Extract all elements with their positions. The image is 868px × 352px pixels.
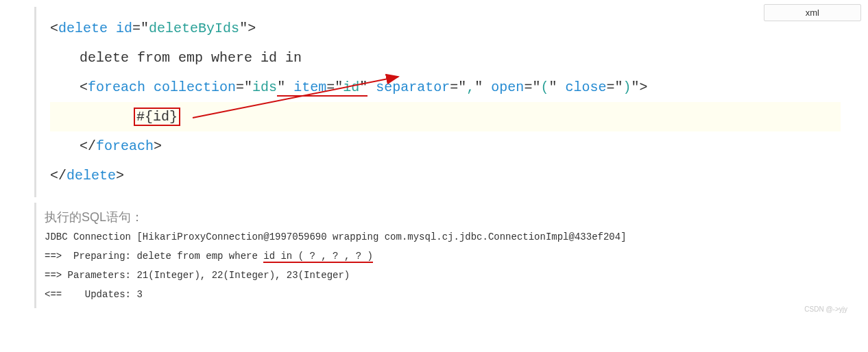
quote: " bbox=[548, 79, 557, 95]
bracket: > bbox=[640, 79, 648, 95]
quote: " bbox=[239, 21, 248, 36]
quote: " bbox=[614, 79, 623, 95]
tag-delete-close: delete bbox=[67, 168, 116, 184]
eq: = bbox=[450, 79, 458, 95]
xml-code-block: <delete id="deleteByIds"> delete from em… bbox=[34, 7, 841, 197]
sql-output-block: 执行的SQL语句： JDBC Connection [HikariProxyCo… bbox=[34, 203, 841, 308]
tag-delete: delete bbox=[58, 21, 108, 36]
eq: = bbox=[524, 79, 532, 95]
val-id: id bbox=[343, 79, 359, 97]
space bbox=[108, 21, 116, 36]
quote: " bbox=[631, 79, 640, 95]
eq: = bbox=[606, 79, 614, 95]
tag-foreach-close: foreach bbox=[96, 138, 154, 154]
quote: " bbox=[458, 79, 466, 95]
quote-underlined: " bbox=[359, 79, 367, 97]
bracket: > bbox=[248, 21, 256, 36]
eq: = bbox=[236, 79, 244, 95]
code-line-2: delete from emp where id in bbox=[50, 43, 841, 73]
val-open: ( bbox=[540, 79, 548, 95]
val-close: ) bbox=[623, 79, 631, 95]
foreach-body: #{id} bbox=[134, 108, 180, 126]
watermark: CSDN @->yjy bbox=[804, 305, 847, 313]
bracket: </ bbox=[80, 138, 96, 154]
bracket: > bbox=[154, 138, 162, 154]
code-line-6: </delete> bbox=[50, 161, 841, 190]
bracket: > bbox=[116, 168, 124, 184]
out-l2b-underlined: id in ( ? , ? , ? ) bbox=[263, 251, 373, 263]
bracket: </ bbox=[50, 168, 67, 184]
code-line-5: </foreach> bbox=[50, 131, 841, 161]
val-sep: , bbox=[466, 79, 474, 95]
output-label: 执行的SQL语句： bbox=[45, 207, 841, 227]
bracket: < bbox=[80, 79, 88, 95]
val-ids: ids bbox=[252, 79, 277, 95]
out-l2a: ==> Preparing: delete from emp where bbox=[45, 251, 263, 262]
bracket: < bbox=[50, 21, 58, 36]
output-line-4: <== Updates: 3 bbox=[45, 285, 841, 304]
code-line-4: #{id} bbox=[50, 102, 841, 131]
code-line-3: <foreach collection="ids" item="id" sepa… bbox=[50, 73, 841, 102]
val-deletebyids: deleteByIds bbox=[149, 21, 239, 36]
output-line-3: ==> Parameters: 21(Integer), 22(Integer)… bbox=[45, 266, 841, 285]
code-line-1: <delete id="deleteByIds"> bbox=[50, 14, 841, 43]
attr-id: id bbox=[116, 21, 132, 36]
attr-item: item bbox=[293, 79, 326, 97]
sql-text: delete from emp where id in bbox=[80, 50, 302, 66]
quote: " bbox=[141, 21, 149, 36]
quote-underlined: " bbox=[335, 79, 343, 97]
eq: = bbox=[132, 21, 141, 36]
attr-open: open bbox=[491, 79, 524, 95]
attr-separator: separator bbox=[376, 79, 450, 95]
attr-collection: collection bbox=[154, 79, 236, 95]
quote-underlined: " bbox=[277, 79, 285, 97]
tag-foreach: foreach bbox=[88, 79, 145, 95]
underline-gap bbox=[285, 79, 293, 97]
quote: " bbox=[474, 79, 483, 95]
output-line-2: ==> Preparing: delete from emp where id … bbox=[45, 247, 841, 266]
attr-close: close bbox=[565, 79, 606, 95]
quote: " bbox=[532, 79, 540, 95]
quote: " bbox=[244, 79, 252, 95]
output-line-1: JDBC Connection [HikariProxyConnection@1… bbox=[45, 227, 841, 247]
eq-underlined: = bbox=[326, 79, 335, 97]
